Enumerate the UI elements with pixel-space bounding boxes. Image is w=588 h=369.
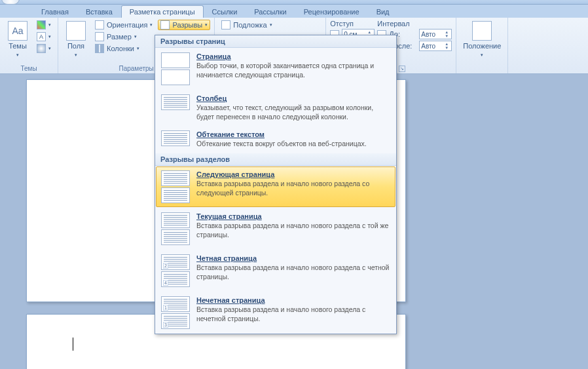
indent-header: Отступ (330, 20, 375, 28)
break-textwrap-desc: Обтекание текста вокруг объектов на веб-… (196, 140, 390, 149)
break-textwrap-title: Обтекание текстом (196, 130, 390, 138)
spacing-header: Интервал (377, 20, 452, 28)
break-next-page[interactable]: Следующая страница Вставка разрыва разде… (156, 166, 395, 207)
break-oddpage-title: Нечетная страница (196, 296, 390, 304)
fonts-icon: A (37, 32, 46, 41)
orientation-label: Ориентация (107, 21, 147, 29)
tab-review[interactable]: Рецензирование (295, 5, 368, 18)
tab-home[interactable]: Главная (33, 5, 77, 18)
break-page-title: Страница (196, 52, 390, 60)
orientation-button[interactable]: Ориентация ▾ (92, 20, 155, 30)
size-icon (95, 32, 104, 41)
position-icon (472, 21, 492, 41)
break-continuous-title: Текущая страница (196, 212, 390, 220)
text-cursor (73, 338, 73, 351)
watermark-icon (221, 20, 230, 29)
watermark-button[interactable]: Подложка ▾ (219, 20, 274, 30)
theme-effects-button[interactable]: ▾ (34, 43, 54, 54)
themes-button[interactable]: Aa Темы▾ (4, 20, 31, 59)
tab-mailings[interactable]: Рассылки (246, 5, 295, 18)
ribbon-tabstrip: Главная Вставка Разметка страницы Ссылки… (0, 5, 588, 18)
gallery-header-page-breaks: Разрывы страниц (155, 35, 396, 48)
tab-insert[interactable]: Вставка (77, 5, 121, 18)
break-evenpage-title: Четная страница (196, 254, 390, 262)
colors-icon (37, 20, 46, 29)
break-page[interactable]: Страница Выбор точки, в которой заканчив… (155, 48, 396, 90)
margins-icon (66, 21, 86, 41)
size-label: Размер (107, 33, 132, 41)
breaks-icon (160, 20, 170, 29)
watermark-label: Подложка (233, 21, 266, 29)
gallery-header-section-breaks: Разрывы разделов (155, 153, 396, 166)
break-continuous-desc: Вставка разрыва раздела и начало нового … (196, 222, 390, 239)
break-oddpage-desc: Вставка разрыва раздела и начало нового … (196, 305, 390, 323)
group-arrange: Положение▾ (456, 18, 508, 73)
tab-page-layout[interactable]: Разметка страницы (121, 5, 204, 18)
theme-fonts-button[interactable]: A▾ (34, 31, 54, 42)
effects-icon (37, 44, 46, 53)
columns-button[interactable]: Колонки ▾ (92, 43, 155, 54)
title-bar (0, 0, 588, 5)
paragraph-dialog-launcher[interactable]: ↘ (399, 66, 405, 72)
break-nextpage-title: Следующая страница (196, 170, 390, 178)
spacing-before-field[interactable]: Авто▲▼ (419, 29, 452, 39)
break-page-desc: Выбор точки, в которой заканчивается одн… (196, 62, 390, 79)
group-page-setup-label: Параметры (119, 65, 153, 72)
margins-button[interactable]: Поля▾ (62, 20, 90, 59)
break-evenpage-desc: Вставка разрыва раздела и начало нового … (196, 263, 390, 281)
breaks-button[interactable]: Разрывы ▾ (158, 20, 210, 30)
tab-references[interactable]: Ссылки (204, 5, 246, 18)
office-button[interactable] (1, 0, 20, 5)
spacing-after-field[interactable]: Авто▲▼ (419, 41, 452, 51)
break-nextpage-desc: Вставка разрыва раздела и начало нового … (196, 180, 390, 197)
themes-label: Темы (9, 42, 27, 50)
columns-label: Колонки (107, 45, 134, 52)
break-column-desc: Указывает, что текст, следующий за разры… (196, 104, 390, 121)
theme-colors-button[interactable]: ▾ (34, 20, 54, 30)
margins-label: Поля (67, 42, 84, 50)
break-odd-page[interactable]: 13 Нечетная страница Вставка разрыва раз… (155, 292, 396, 334)
break-even-page[interactable]: 24 Четная страница Вставка разрыва разде… (155, 250, 396, 292)
break-column-title: Столбец (196, 94, 390, 102)
orientation-icon (95, 20, 104, 29)
tab-view[interactable]: Вид (368, 5, 398, 18)
themes-icon: Aa (8, 21, 28, 41)
group-themes-label: Темы (4, 64, 54, 72)
break-continuous[interactable]: Текущая страница Вставка разрыва раздела… (155, 208, 396, 250)
position-label: Положение (463, 42, 501, 50)
size-button[interactable]: Размер ▾ (92, 31, 155, 42)
break-column[interactable]: Столбец Указывает, что текст, следующий … (155, 90, 396, 126)
position-button[interactable]: Положение▾ (460, 20, 504, 59)
columns-icon (95, 44, 104, 53)
breaks-gallery: Разрывы страниц Страница Выбор точки, в … (155, 35, 397, 334)
breaks-label: Разрывы (172, 21, 202, 29)
group-themes: Aa Темы▾ ▾ A▾ ▾ Темы (0, 18, 58, 73)
break-text-wrapping[interactable]: Обтекание текстом Обтекание текста вокру… (155, 126, 396, 153)
